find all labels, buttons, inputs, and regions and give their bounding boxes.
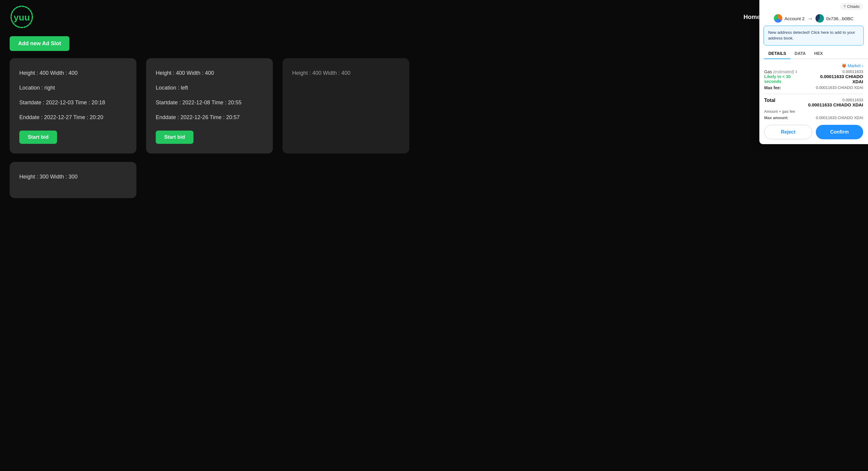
- mm-max-amount-val: 0.00011633 CHIADO XDAI: [816, 115, 863, 120]
- ad-card-bottom: Height : 300 Width : 300: [10, 162, 136, 198]
- ad-card-2: Height : 400 Width : 400 Location : left…: [146, 58, 273, 154]
- mm-total-values: 0.00011633 0.00011633 CHIADO XDAI: [808, 98, 863, 107]
- card3-height: Height : 400 Width : 400: [292, 69, 400, 77]
- mm-network-label: Chiado: [847, 4, 860, 9]
- logo: yuu: [10, 5, 34, 29]
- mm-max-fee-row: Max fee: 0.00011633 CHIADO XDAI: [764, 85, 863, 90]
- card2-start-bid-button[interactable]: Start bid: [156, 131, 193, 144]
- mm-gas-label-group: Gas (estimated) ℹ Likely in < 30 seconds: [764, 69, 809, 84]
- mm-total-label: Total: [764, 98, 775, 103]
- tab-hex[interactable]: HEX: [810, 48, 827, 59]
- question-mark-icon: ?: [843, 4, 846, 9]
- gas-info-icon[interactable]: ℹ: [796, 70, 797, 74]
- card1-enddate: Enddate : 2022-12-27 Time : 20:20: [19, 113, 127, 122]
- card2-enddate: Enddate : 2022-12-26 Time : 20:57: [156, 113, 263, 122]
- mm-to-account: 0x736...b0BC: [815, 14, 854, 23]
- mm-gas-main: 0.00011633 CHIADO XDAI: [809, 74, 863, 84]
- mm-total-row: Total 0.00011633 0.00011633 CHIADO XDAI: [764, 98, 863, 107]
- card1-start-bid-button[interactable]: Start bid: [19, 131, 57, 144]
- mm-max-fee-label: Max fee:: [764, 85, 781, 90]
- mm-tabs: DETAILS DATA HEX: [760, 48, 868, 59]
- card1-startdate: Startdate : 2022-12-03 Time : 20:18: [19, 99, 127, 107]
- cards-row: Height : 400 Width : 400 Location : righ…: [10, 58, 858, 154]
- mm-max-fee-val: 0.00011633 CHIADO XDAI: [816, 85, 863, 90]
- card2-startdate: Startdate : 2022-12-08 Time : 20:55: [156, 99, 263, 107]
- mm-accounts-row: Account 2 → 0x736...b0BC: [760, 12, 868, 26]
- arrow-icon: →: [807, 15, 813, 22]
- mm-gas-values: 0.00011633 0.00011633 CHIADO XDAI: [809, 69, 863, 84]
- to-account-icon: [815, 14, 824, 23]
- mm-notification-banner[interactable]: New address detected! Click here to add …: [764, 26, 864, 45]
- mm-gas-row: Gas (estimated) ℹ Likely in < 30 seconds…: [764, 69, 863, 84]
- mm-amount-row: Amount + gas fee: [764, 109, 863, 114]
- mm-max-amount-label: Max amount:: [764, 115, 788, 120]
- mm-network-badge: ? Chiado: [840, 3, 863, 10]
- tab-data[interactable]: DATA: [790, 48, 810, 59]
- card1-height: Height : 400 Width : 400: [19, 69, 127, 77]
- navbar: yuu Home Dashboard 3dd4b632f43c79750: [0, 0, 868, 34]
- mm-likely-label: Likely in < 30 seconds: [764, 74, 809, 84]
- mm-gas-label: Gas (estimated) ℹ: [764, 69, 809, 74]
- mm-gas-small: 0.00011633: [809, 69, 863, 74]
- card2-height: Height : 400 Width : 400: [156, 69, 263, 77]
- card1-location: Location : right: [19, 84, 127, 92]
- fox-icon: 🦊: [841, 63, 846, 68]
- mm-total-main: 0.00011633 CHIADO XDAI: [808, 102, 863, 107]
- mm-header: ? Chiado: [760, 0, 868, 12]
- to-account-label: 0x736...b0BC: [826, 16, 854, 21]
- nav-home[interactable]: Home: [744, 13, 761, 21]
- reject-button[interactable]: Reject: [764, 125, 812, 139]
- svg-text:yuu: yuu: [13, 12, 30, 22]
- from-account-label: Account 2: [784, 16, 805, 21]
- card-bottom-height: Height : 300 Width : 300: [19, 173, 127, 181]
- tab-details[interactable]: DETAILS: [764, 48, 790, 59]
- main-content: Height : 400 Width : 400 Location : righ…: [0, 58, 868, 208]
- chevron-right-icon: ›: [862, 63, 863, 68]
- mm-market-row: 🦊 Market ›: [764, 63, 863, 68]
- confirm-button[interactable]: Confirm: [816, 125, 863, 139]
- mm-amount-gas-label: Amount + gas fee: [764, 109, 795, 114]
- from-account-icon: [774, 14, 782, 23]
- mm-action-buttons: Reject Confirm: [760, 120, 868, 144]
- mm-market-link[interactable]: Market: [848, 63, 861, 68]
- mm-body: 🦊 Market › Gas (estimated) ℹ Likely in <…: [760, 59, 868, 120]
- mm-from-account: Account 2: [774, 14, 805, 23]
- mm-total-small: 0.00011633: [808, 98, 863, 102]
- metamask-popup: ? Chiado Account 2 → 0x736...b0BC New ad…: [760, 0, 868, 144]
- ad-card-1: Height : 400 Width : 400 Location : righ…: [10, 58, 136, 154]
- card2-location: Location : left: [156, 84, 263, 92]
- add-ad-slot-button[interactable]: Add new Ad Slot: [10, 36, 69, 51]
- ad-card-3-partial: Height : 400 Width : 400: [282, 58, 409, 154]
- mm-max-amount-row: Max amount: 0.00011633 CHIADO XDAI: [764, 115, 863, 120]
